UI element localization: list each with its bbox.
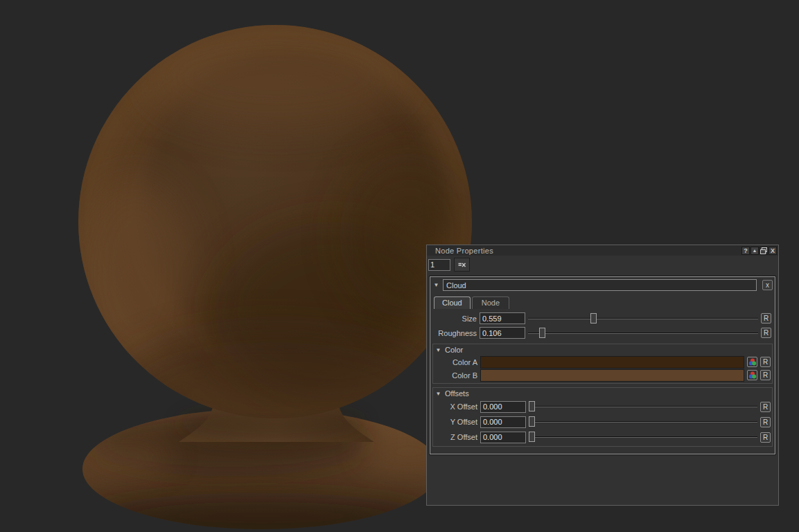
color-a-swatch[interactable] [480,356,744,369]
rgb-picker-icon [748,358,757,366]
offsets-section-header[interactable]: ▼ Offsets [433,388,772,399]
size-reset-button[interactable]: R [761,313,771,323]
roughness-input[interactable] [480,327,525,339]
roughness-reset-button[interactable]: R [761,328,771,338]
size-input[interactable] [480,312,525,324]
z-offset-slider[interactable] [529,432,757,443]
color-section: ▼ Color Color A R Co [432,344,773,384]
size-slider[interactable] [528,313,758,324]
node-header: ▼ x [432,279,773,291]
color-b-picker-button[interactable] [747,370,757,380]
restore-glyph [760,247,767,254]
panel-toolbar [427,256,778,272]
collapse-icon[interactable]: ▲ [750,247,759,255]
x-offset-input[interactable] [480,401,526,413]
help-icon[interactable]: ? [741,247,750,255]
param-row-z-offset: Z Offset R [433,429,772,445]
node-properties-panel: Node Properties ? ▲ X ▼ [426,245,779,506]
color-b-reset-button[interactable]: R [760,370,771,380]
node-close-icon[interactable]: x [762,280,773,290]
tab-node[interactable]: Node [472,296,509,309]
y-offset-reset-button[interactable]: R [760,417,771,427]
node-collapse-icon[interactable]: ▼ [432,282,440,288]
x-offset-slider[interactable] [529,401,757,412]
cloud-node-group: ▼ x Cloud Node Size R Roughness [430,276,775,454]
offsets-section: ▼ Offsets X Offset R Y Offset [432,387,773,447]
param-label: Z Offset [433,433,477,441]
slider-handle[interactable] [539,328,545,338]
param-label: Y Offset [433,418,477,426]
section-collapse-icon[interactable]: ▼ [434,391,442,397]
x-offset-reset-button[interactable]: R [760,402,771,412]
pin-button[interactable] [454,258,470,272]
section-label: Color [445,346,463,354]
rgb-picker-icon [748,371,757,380]
color-b-row: Color B R [433,369,772,382]
param-row-x-offset: X Offset R [433,399,772,414]
y-offset-input[interactable] [480,416,526,428]
slider-track [529,421,757,423]
slider-track [528,318,758,319]
node-tabs: Cloud Node [434,296,773,309]
param-row-size: Size R [432,311,773,326]
param-label: Size [432,314,477,323]
node-index-input[interactable] [428,259,450,271]
slider-track [529,406,757,407]
section-collapse-icon[interactable]: ▼ [434,347,442,353]
z-offset-input[interactable] [480,432,526,443]
pin-icon [457,261,466,269]
param-label: Color A [433,358,477,366]
slider-track [529,436,757,438]
param-row-y-offset: Y Offset R [433,414,772,429]
roughness-slider[interactable] [528,328,758,339]
section-label: Offsets [445,389,469,398]
y-offset-slider[interactable] [529,416,757,427]
slider-handle[interactable] [529,416,535,427]
param-label: Color B [433,371,477,380]
color-a-row: Color A R [433,355,772,369]
slider-handle[interactable] [529,432,535,442]
param-label: Roughness [432,329,477,337]
color-a-reset-button[interactable]: R [760,357,771,367]
node-name-field[interactable] [443,279,757,291]
slider-handle[interactable] [590,313,597,323]
param-label: X Offset [433,402,477,411]
color-b-swatch[interactable] [480,369,744,382]
color-section-header[interactable]: ▼ Color [433,344,772,355]
panel-titlebar[interactable]: Node Properties ? ▲ X [427,245,778,256]
z-offset-reset-button[interactable]: R [760,432,771,443]
color-a-picker-button[interactable] [747,357,757,367]
close-icon[interactable]: X [769,247,777,255]
param-row-roughness: Roughness R [432,326,773,340]
panel-title: Node Properties [435,247,741,255]
viewport: Node Properties ? ▲ X ▼ [0,0,799,532]
restore-icon[interactable] [760,247,768,255]
slider-handle[interactable] [529,401,535,411]
tab-cloud[interactable]: Cloud [434,296,471,309]
slider-track [528,332,758,334]
